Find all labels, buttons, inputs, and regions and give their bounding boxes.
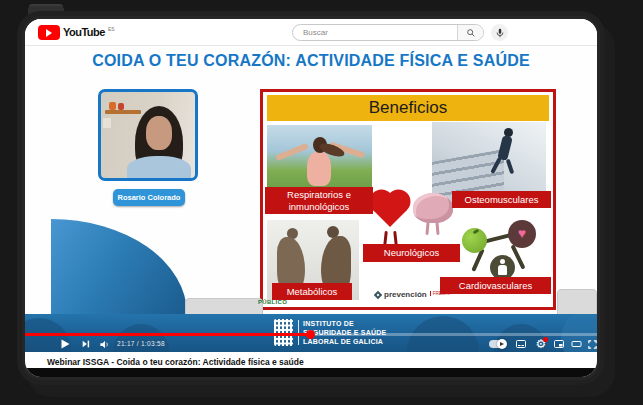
youtube-logo[interactable]: YouTube ES xyxy=(38,25,115,40)
health-icons-cluster: ♥ xyxy=(460,220,550,282)
search-input[interactable] xyxy=(293,25,457,40)
shelf-item xyxy=(103,118,111,128)
video-player[interactable]: COIDA O TEU CORAZÓN: ACTIVIDADE FÍSICA E… xyxy=(25,46,597,352)
mic-button[interactable] xyxy=(491,24,508,41)
miniplayer-icon xyxy=(553,338,565,350)
window-bottom-strip xyxy=(25,368,597,377)
youtube-header: YouTube ES xyxy=(25,19,597,46)
brain-cartoon-icon xyxy=(411,191,455,237)
play-icon xyxy=(59,338,71,350)
speaker-body xyxy=(127,156,191,181)
speaker-webcam xyxy=(98,89,198,181)
speaker-name-badge: Rosario Colorado xyxy=(113,189,185,206)
youtube-region-code: ES xyxy=(108,26,115,32)
shelf-item xyxy=(118,103,124,110)
shelf-decor xyxy=(105,110,141,114)
youtube-play-icon xyxy=(38,25,60,40)
label-osteomuscular: Osteomusculares xyxy=(452,191,551,208)
next-button[interactable] xyxy=(80,338,92,350)
slide-banner: Beneficios xyxy=(267,95,549,121)
autoplay-toggle[interactable] xyxy=(487,339,507,349)
search-icon xyxy=(466,28,476,38)
subtitles-button[interactable] xyxy=(514,338,528,350)
next-icon xyxy=(81,339,91,349)
video-title[interactable]: Webinar ISSGA - Coida o teu corazón: Act… xyxy=(47,357,587,367)
mic-icon xyxy=(495,28,505,38)
player-controls: 21:17 / 1:03:58 ⚙ xyxy=(25,336,597,352)
play-button[interactable] xyxy=(58,337,72,351)
decorative-quarter-circle xyxy=(51,219,187,314)
miniplayer-button[interactable] xyxy=(552,338,566,350)
webinar-title: COIDA O TEU CORAZÓN: ACTIVIDADE FÍSICA E… xyxy=(25,52,597,70)
label-neurological: Neurológicos xyxy=(363,244,460,262)
label-cardiovascular: Cardiovasculares xyxy=(440,277,551,294)
settings-button[interactable]: ⚙ xyxy=(534,337,548,351)
time-display: 21:17 / 1:03:58 xyxy=(117,340,165,347)
youtube-wordmark: YouTube xyxy=(63,25,105,40)
heart-circle-icon: ♥ xyxy=(508,220,536,248)
search-bar xyxy=(292,24,484,41)
search-area xyxy=(292,24,508,41)
prevencion-icon xyxy=(374,290,382,298)
shelf-item xyxy=(109,102,116,110)
speaker-face xyxy=(146,116,172,150)
volume-icon xyxy=(99,339,110,350)
browser-window: YouTube ES COIDA O TEU CORAZÓN: ACTIVIDA… xyxy=(25,19,597,377)
presentation-slide: Beneficios Respiratorios e inmunológicos xyxy=(260,89,556,310)
fullscreen-icon xyxy=(587,339,597,350)
theater-button[interactable] xyxy=(569,338,584,350)
settings-badge xyxy=(543,337,548,342)
fullscreen-button[interactable] xyxy=(586,338,597,350)
institute-line: INSTITUTO DE xyxy=(303,319,386,328)
apple-icon xyxy=(462,228,487,253)
desktop-background: YouTube ES COIDA O TEU CORAZÓN: ACTIVIDA… xyxy=(0,0,643,405)
label-metabolic: Metabólicos xyxy=(272,283,352,300)
prevencion-text: prevención xyxy=(384,290,427,299)
classification-label: PÚBLICO xyxy=(258,299,287,305)
search-button[interactable] xyxy=(457,25,483,40)
autoplay-toggle-icon xyxy=(489,340,506,348)
subtitles-icon xyxy=(515,338,527,350)
label-respiratory: Respiratorios e inmunológicos xyxy=(265,187,373,214)
volume-button[interactable] xyxy=(98,338,111,350)
theater-icon xyxy=(570,338,583,350)
